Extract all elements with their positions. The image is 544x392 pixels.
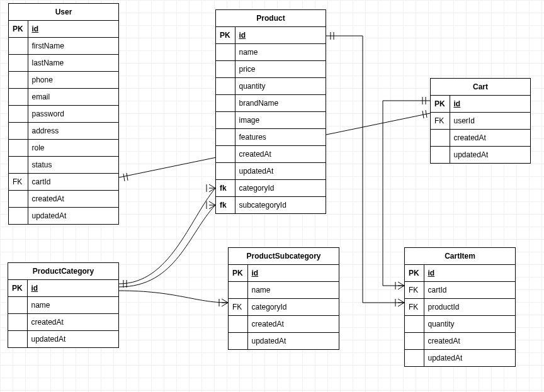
- table-row: updatedAt: [8, 331, 118, 348]
- table-row: FKcartId: [405, 282, 515, 299]
- field-cell: subcategoryId: [235, 197, 326, 214]
- rel-category-product-sub: [119, 205, 215, 287]
- key-cell: PK: [431, 96, 450, 113]
- key-cell: [9, 106, 28, 123]
- field-cell: updatedAt: [28, 208, 118, 225]
- table-row: email: [9, 89, 118, 106]
- field-cell: createdAt: [424, 333, 515, 350]
- table-row: features: [216, 129, 326, 146]
- field-name: firstName: [32, 42, 64, 50]
- key-cell: FK: [431, 113, 450, 130]
- key-cell: [9, 38, 28, 55]
- field-cell: id: [27, 280, 118, 297]
- field-name: password: [32, 109, 64, 118]
- table-row: fksubcategoryId: [216, 197, 326, 214]
- entity-rows: PKidnamecreatedAtupdatedAt: [8, 279, 118, 347]
- key-cell: FK: [9, 174, 28, 191]
- table-row: quantity: [405, 316, 515, 333]
- key-cell: [405, 350, 424, 367]
- key-cell: [9, 89, 28, 106]
- key-cell: [216, 95, 235, 112]
- table-row: createdAt: [229, 316, 339, 333]
- table-row: password: [9, 106, 118, 123]
- key-cell: [405, 316, 424, 333]
- field-cell: productId: [424, 299, 515, 316]
- field-name: id: [428, 269, 435, 277]
- table-row: PKid: [405, 265, 515, 282]
- field-cell: updatedAt: [27, 331, 118, 348]
- field-name: categoryId: [252, 303, 287, 311]
- field-name: updatedAt: [252, 337, 286, 345]
- entity-title: Cart: [431, 79, 530, 95]
- key-cell: [8, 331, 27, 348]
- table-row: name: [8, 297, 118, 314]
- table-row: PKid: [8, 280, 118, 297]
- field-cell: status: [28, 157, 118, 174]
- table-row: createdAt: [431, 130, 530, 147]
- field-cell: userId: [450, 113, 530, 130]
- field-cell: name: [27, 297, 118, 314]
- entity-title: ProductCategory: [8, 263, 118, 279]
- entity-product[interactable]: ProductPKidnamepricequantitybrandNameima…: [215, 9, 326, 214]
- table-row: role: [9, 140, 118, 157]
- key-cell: FK: [405, 299, 424, 316]
- field-name: email: [32, 92, 50, 101]
- key-cell: [9, 191, 28, 208]
- field-cell: createdAt: [235, 146, 326, 163]
- field-name: image: [239, 116, 260, 125]
- field-name: createdAt: [252, 320, 284, 328]
- entity-title: ProductSubcategory: [229, 248, 339, 264]
- field-cell: id: [247, 265, 339, 282]
- key-cell: [9, 157, 28, 174]
- table-row: createdAt: [405, 333, 515, 350]
- table-row: FKcartId: [9, 174, 118, 191]
- field-name: createdAt: [454, 133, 486, 142]
- field-cell: image: [235, 112, 326, 129]
- field-cell: quantity: [424, 316, 515, 333]
- entity-cart[interactable]: CartPKidFKuserIdcreatedAtupdatedAt: [430, 78, 531, 164]
- field-name: updatedAt: [454, 150, 489, 159]
- key-cell: [9, 140, 28, 157]
- entity-rows: PKidnamepricequantitybrandNameimagefeatu…: [216, 26, 326, 213]
- field-cell: createdAt: [28, 191, 118, 208]
- field-name: name: [239, 48, 258, 57]
- field-name: quantity: [239, 82, 266, 91]
- key-cell: [9, 123, 28, 140]
- field-cell: price: [235, 61, 326, 78]
- field-cell: createdAt: [247, 316, 339, 333]
- field-name: subcategoryId: [239, 201, 286, 210]
- table-row: updatedAt: [9, 208, 118, 225]
- key-cell: [9, 208, 28, 225]
- table-row: createdAt: [216, 146, 326, 163]
- field-name: id: [239, 31, 246, 40]
- key-cell: [405, 333, 424, 350]
- key-cell: PK: [229, 265, 247, 282]
- rel-category-subcategory: [119, 291, 228, 303]
- field-name: role: [32, 143, 45, 152]
- entity-cartItem[interactable]: CartItemPKidFKcartIdFKproductIdquantityc…: [404, 247, 516, 367]
- field-name: id: [454, 99, 461, 108]
- field-cell: id: [450, 96, 530, 113]
- table-row: status: [9, 157, 118, 174]
- entity-title: Product: [216, 10, 326, 26]
- field-name: userId: [454, 116, 475, 125]
- field-cell: updatedAt: [247, 333, 339, 350]
- entity-productCategory[interactable]: ProductCategoryPKidnamecreatedAtupdatedA…: [8, 262, 119, 348]
- table-row: brandName: [216, 95, 326, 112]
- key-cell: [229, 316, 247, 333]
- key-cell: [229, 333, 247, 350]
- field-name: name: [252, 286, 271, 294]
- key-cell: [216, 163, 235, 180]
- field-name: address: [32, 126, 59, 135]
- field-name: categoryId: [239, 184, 275, 193]
- key-cell: [431, 147, 450, 164]
- table-row: price: [216, 61, 326, 78]
- entity-user[interactable]: UserPKidfirstNamelastNamephoneemailpassw…: [8, 3, 119, 225]
- entity-productSubcategory[interactable]: ProductSubcategoryPKidnameFKcategoryIdcr…: [228, 247, 339, 350]
- field-name: createdAt: [32, 194, 64, 203]
- field-name: updatedAt: [428, 354, 463, 362]
- entity-rows: PKidFKcartIdFKproductIdquantitycreatedAt…: [405, 264, 515, 366]
- table-row: lastName: [9, 55, 118, 72]
- field-cell: phone: [28, 72, 118, 89]
- table-row: name: [216, 44, 326, 61]
